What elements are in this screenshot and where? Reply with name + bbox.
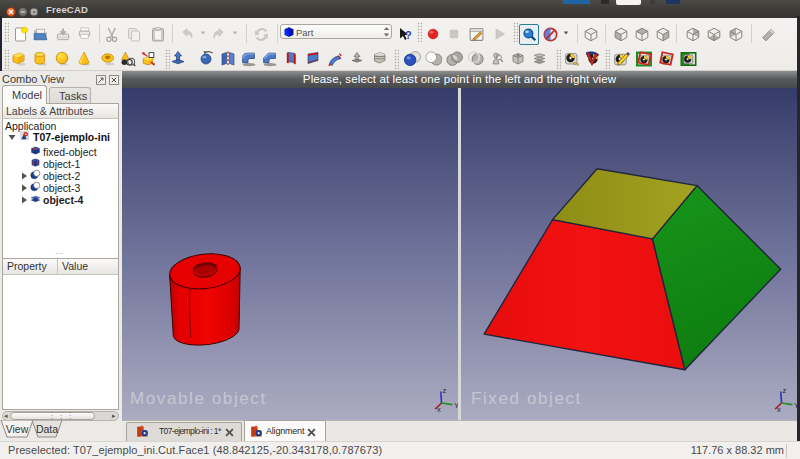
svg-text:Fixed object: Fixed object	[471, 389, 582, 408]
svg-text:View: View	[6, 423, 29, 435]
svg-text:z: z	[783, 387, 787, 395]
svg-text:?: ?	[405, 29, 412, 41]
svg-text:z: z	[443, 387, 447, 395]
svg-text:x: x	[777, 405, 781, 413]
svg-text:Movable object: Movable object	[130, 389, 267, 408]
svg-text:Y: Y	[454, 401, 458, 410]
svg-text:x: x	[437, 405, 441, 413]
svg-text:Data: Data	[36, 423, 58, 435]
